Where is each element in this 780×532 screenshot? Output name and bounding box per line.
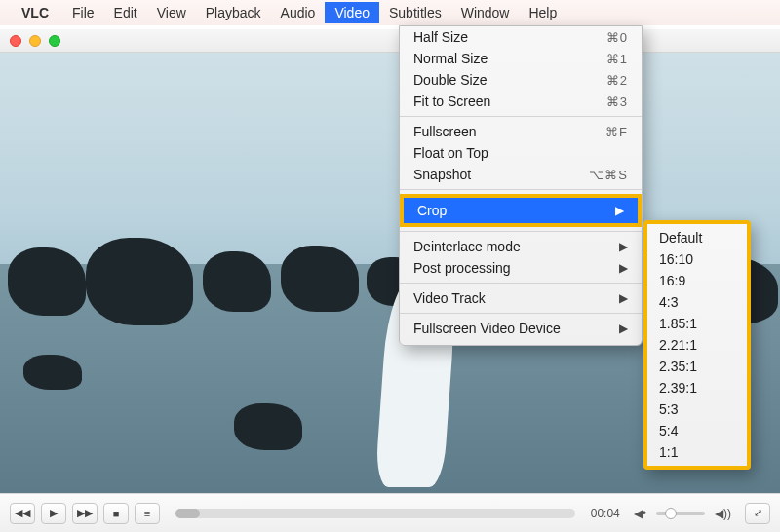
menu-playback[interactable]: Playback xyxy=(196,2,271,23)
menu-separator xyxy=(400,313,642,314)
crop-highlight-box: Crop▶ xyxy=(400,194,642,227)
menu-file[interactable]: File xyxy=(62,2,104,23)
submenu-arrow-icon: ▶ xyxy=(615,204,624,217)
crop-option-5-4[interactable]: 5:4 xyxy=(647,420,747,441)
menu-fit-to-screen[interactable]: Fit to Screen⌘3 xyxy=(400,91,642,112)
menu-window[interactable]: Window xyxy=(451,2,520,23)
crop-option-235-1[interactable]: 2.35:1 xyxy=(647,356,747,377)
menu-separator xyxy=(400,189,642,190)
crop-option-16-10[interactable]: 16:10 xyxy=(647,248,747,270)
window-minimize-button[interactable] xyxy=(29,35,41,47)
submenu-arrow-icon: ▶ xyxy=(619,240,628,253)
app-name[interactable]: VLC xyxy=(21,5,49,20)
playback-controls: ◀◀ ▶ ▶▶ ■ ≡ 00:04 ◀• ◀)) ⤢ xyxy=(0,493,780,532)
menu-video[interactable]: Video xyxy=(325,2,379,23)
submenu-arrow-icon: ▶ xyxy=(619,291,628,305)
volume-slider[interactable] xyxy=(656,512,705,515)
menu-snapshot[interactable]: Snapshot⌥⌘S xyxy=(400,164,642,185)
crop-option-1-1[interactable]: 1:1 xyxy=(647,441,747,463)
menu-normal-size[interactable]: Normal Size⌘1 xyxy=(400,48,642,69)
crop-option-239-1[interactable]: 2.39:1 xyxy=(647,377,747,399)
menu-video-track[interactable]: Video Track▶ xyxy=(400,287,642,309)
menu-float-on-top[interactable]: Float on Top xyxy=(400,142,642,164)
menu-subtitles[interactable]: Subtitles xyxy=(379,2,451,23)
volume-knob[interactable] xyxy=(665,508,677,519)
menu-fullscreen[interactable]: Fullscreen⌘F xyxy=(400,121,642,142)
crop-option-221-1[interactable]: 2.21:1 xyxy=(647,334,747,356)
time-elapsed: 00:04 xyxy=(591,507,620,520)
menu-deinterlace-mode[interactable]: Deinterlace mode▶ xyxy=(400,236,642,257)
submenu-arrow-icon: ▶ xyxy=(619,261,628,275)
volume-high-icon: ◀)) xyxy=(715,507,731,520)
window-zoom-button[interactable] xyxy=(49,35,60,47)
crop-submenu: Default 16:10 16:9 4:3 1.85:1 2.21:1 2.3… xyxy=(644,220,751,470)
crop-option-16-9[interactable]: 16:9 xyxy=(647,270,747,291)
window-close-button[interactable] xyxy=(10,35,21,47)
crop-option-185-1[interactable]: 1.85:1 xyxy=(647,313,747,334)
menu-fullscreen-video-device[interactable]: Fullscreen Video Device▶ xyxy=(400,318,642,339)
video-menu-dropdown: Half Size⌘0 Normal Size⌘1 Double Size⌘2 … xyxy=(399,25,643,346)
fast-forward-button[interactable]: ▶▶ xyxy=(72,503,98,524)
submenu-arrow-icon: ▶ xyxy=(619,322,628,335)
rewind-button[interactable]: ◀◀ xyxy=(10,503,35,524)
menu-double-size[interactable]: Double Size⌘2 xyxy=(400,69,642,91)
crop-option-4-3[interactable]: 4:3 xyxy=(647,291,747,313)
play-button[interactable]: ▶ xyxy=(41,503,66,524)
menu-view[interactable]: View xyxy=(147,2,196,23)
window-titlebar xyxy=(0,29,780,53)
crop-option-5-3[interactable]: 5:3 xyxy=(647,399,747,420)
fullscreen-button[interactable]: ⤢ xyxy=(745,503,770,524)
playlist-button[interactable]: ≡ xyxy=(135,503,160,524)
seek-bar[interactable] xyxy=(176,509,575,518)
stop-button[interactable]: ■ xyxy=(103,503,129,524)
seek-fill xyxy=(176,509,200,518)
menu-separator xyxy=(400,283,642,284)
menu-post-processing[interactable]: Post processing▶ xyxy=(400,257,642,279)
menu-help[interactable]: Help xyxy=(519,2,566,23)
menu-audio[interactable]: Audio xyxy=(271,2,326,23)
crop-option-default[interactable]: Default xyxy=(647,227,747,248)
menu-edit[interactable]: Edit xyxy=(104,2,147,23)
menu-separator xyxy=(400,116,642,117)
menu-half-size[interactable]: Half Size⌘0 xyxy=(400,26,642,48)
macos-menubar: VLC File Edit View Playback Audio Video … xyxy=(0,0,780,25)
volume-low-icon: ◀• xyxy=(634,507,646,520)
menu-crop[interactable]: Crop▶ xyxy=(404,198,638,223)
menu-separator xyxy=(400,231,642,232)
